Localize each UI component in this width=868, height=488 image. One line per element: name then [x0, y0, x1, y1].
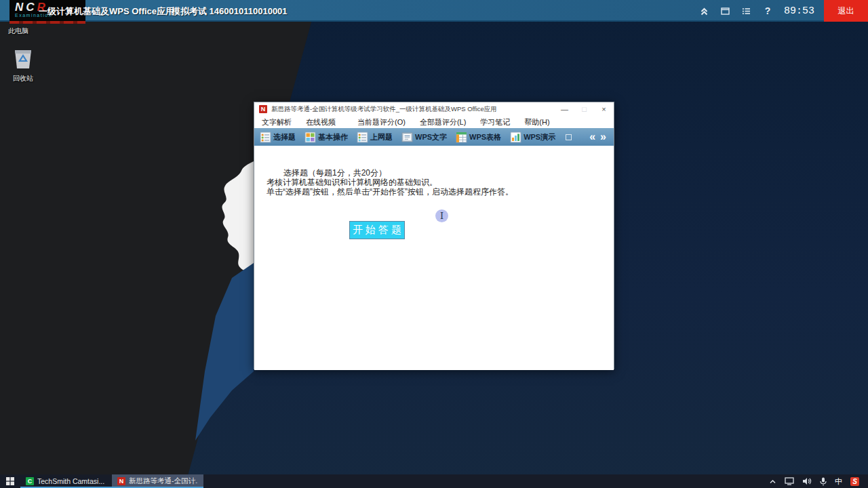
exit-button[interactable]: 退出 [824, 0, 868, 22]
basic-operations-icon [304, 131, 316, 143]
menu-bar: 文字解析 在线视频 当前题评分(O) 全部题评分(L) 学习笔记 帮助(H) [254, 116, 614, 128]
menu-study-notes[interactable]: 学习笔记 [480, 117, 510, 127]
taskbar: C TechSmith Camtasi... N 新思路等考通-全国计... 中… [0, 474, 868, 488]
wps-writer-icon [401, 131, 413, 143]
windows-logo-icon [6, 477, 14, 485]
tab-internet-question[interactable]: 上网题 [357, 131, 393, 143]
this-pc-label: 此电脑 [8, 26, 28, 36]
course-title: 一级计算机基础及WPS Office应用 [39, 5, 174, 18]
system-tray: 中 S [769, 476, 868, 487]
recycle-bin-icon [14, 49, 33, 69]
topbar-controls: ? 89:53 退出 [689, 0, 868, 22]
toolbar-toggle-square[interactable] [566, 134, 572, 140]
internet-question-icon [357, 131, 368, 143]
wps-spreadsheet-icon [456, 131, 467, 143]
exam-session-label: 模拟考试 1460010110010001 [172, 5, 288, 18]
maximize-button[interactable]: □ [574, 102, 594, 116]
help-icon[interactable]: ? [762, 5, 773, 16]
question-type-toolbar: 选择题 基本操作 上网题 WPS文字 WPS表格 WPS演示 [254, 128, 614, 146]
ncre-logo-redbar [9, 21, 85, 24]
menu-all-score[interactable]: 全部题评分(L) [420, 117, 466, 127]
multiple-choice-icon [260, 131, 271, 143]
nav-prev-button[interactable]: « [589, 131, 595, 142]
desktop-icon-this-pc[interactable]: 此电脑 [8, 26, 28, 36]
menu-current-score[interactable]: 当前题评分(O) [357, 117, 406, 127]
app-icon: N [259, 105, 267, 113]
camtasia-icon: C [26, 477, 34, 485]
toolbar-nav: « » [589, 131, 606, 142]
window-titlebar[interactable]: N 新思路等考通-全国计算机等级考试学习软件_一级计算机基础及WPS Offic… [254, 102, 614, 116]
window-icon[interactable] [720, 5, 731, 16]
window-controls: — □ × [555, 102, 614, 116]
network-monitor-icon[interactable] [785, 477, 794, 485]
start-menu-button[interactable] [0, 474, 20, 488]
exam-app-window: N 新思路等考通-全国计算机等级考试学习软件_一级计算机基础及WPS Offic… [254, 102, 614, 369]
tab-wps-spreadsheet[interactable]: WPS表格 [456, 131, 501, 143]
tray-chevron-up-icon[interactable] [769, 478, 776, 485]
desktop-icon-recycle-bin[interactable]: 回收站 [9, 49, 37, 83]
taskbar-item-camtasia[interactable]: C TechSmith Camtasi... [20, 474, 112, 488]
double-chevron-up-icon[interactable] [699, 5, 710, 16]
close-button[interactable]: × [594, 102, 614, 116]
text-cursor-highlight: I [435, 209, 448, 222]
logo-text: NC [15, 1, 37, 14]
menu-online-video[interactable]: 在线视频 [306, 117, 336, 127]
desktop-screen: NCR Examination 一级计算机基础及WPS Office应用 模拟考… [0, 0, 868, 488]
window-title: 新思路等考通-全国计算机等级考试学习软件_一级计算机基础及WPS Office应… [271, 105, 497, 114]
tab-basic-operations[interactable]: 基本操作 [304, 131, 348, 143]
menu-help[interactable]: 帮助(H) [524, 117, 549, 127]
tab-multiple-choice[interactable]: 选择题 [260, 131, 296, 143]
start-answering-button[interactable]: 开始答题 [349, 221, 405, 239]
ime-language-indicator[interactable]: 中 [835, 476, 842, 487]
exam-app-icon: N [117, 477, 125, 485]
exam-top-banner: NCR Examination 一级计算机基础及WPS Office应用 模拟考… [0, 0, 868, 22]
minimize-button[interactable]: — [555, 102, 574, 116]
tab-wps-writer[interactable]: WPS文字 [401, 131, 447, 143]
sogou-input-icon[interactable]: S [850, 477, 859, 486]
menu-text-analysis[interactable]: 文字解析 [262, 117, 292, 127]
tab-wps-presentation[interactable]: WPS演示 [510, 131, 555, 143]
exam-timer: 89:53 [784, 5, 814, 17]
question-desc-2: 单击“选择题”按钮，然后单击“开始作答”按钮，启动选择题程序作答。 [267, 186, 513, 198]
speaker-icon[interactable] [802, 477, 812, 485]
taskbar-item-exam-app[interactable]: N 新思路等考通-全国计... [112, 474, 203, 488]
ibeam-cursor-icon: I [440, 211, 443, 220]
wps-presentation-icon [510, 131, 521, 143]
list-icon[interactable] [741, 5, 752, 16]
recycle-bin-label: 回收站 [9, 74, 37, 83]
nav-next-button[interactable]: » [600, 131, 606, 142]
exam-content-area: 选择题（每题1分，共20分） 考核计算机基础知识和计算机网络的基础知识。 单击“… [254, 146, 614, 370]
microphone-icon[interactable] [820, 477, 827, 486]
